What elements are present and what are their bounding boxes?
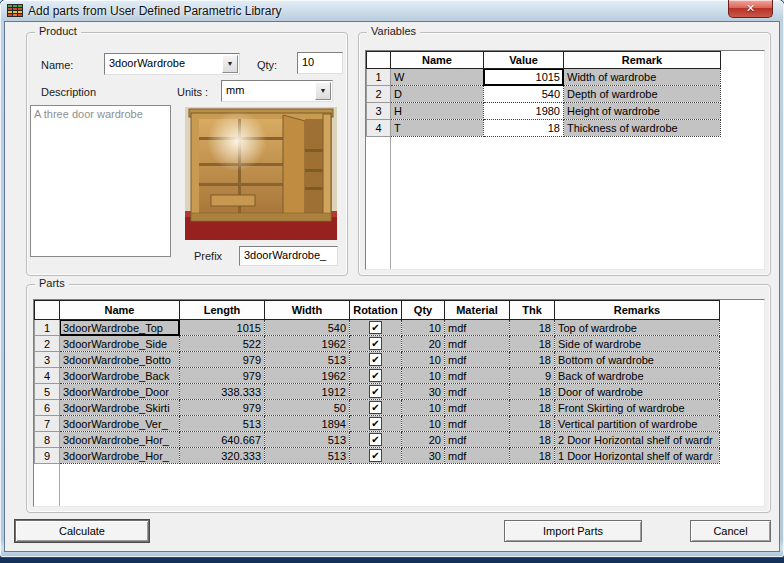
part-rotation-cell[interactable]: ✔ [350, 384, 402, 400]
part-length-cell[interactable]: 338.333 [180, 384, 265, 400]
part-length-cell[interactable]: 979 [180, 352, 265, 368]
part-material-cell[interactable]: mdf [445, 432, 510, 448]
part-qty-cell[interactable]: 20 [402, 432, 445, 448]
part-remarks-cell[interactable]: Vertical partition of wardrobe [555, 416, 720, 432]
part-material-cell[interactable]: mdf [445, 368, 510, 384]
part-thk-cell[interactable]: 18 [510, 352, 555, 368]
col-header-thk[interactable]: Thk [510, 301, 555, 320]
part-remarks-cell[interactable]: Door of wardrobe [555, 384, 720, 400]
part-width-cell[interactable]: 1894 [265, 416, 350, 432]
rotation-checkbox[interactable]: ✔ [369, 417, 382, 430]
part-width-cell[interactable]: 50 [265, 400, 350, 416]
part-length-cell[interactable]: 979 [180, 368, 265, 384]
rotation-checkbox[interactable]: ✔ [369, 449, 382, 462]
variable-remark-cell[interactable]: Height of wardrobe [564, 103, 721, 120]
rotation-checkbox[interactable]: ✔ [369, 433, 382, 446]
calculate-button[interactable]: Calculate [15, 520, 149, 542]
chevron-down-icon[interactable]: ▼ [315, 82, 331, 100]
rotation-checkbox[interactable]: ✔ [369, 369, 382, 382]
part-thk-cell[interactable]: 18 [510, 384, 555, 400]
part-thk-cell[interactable]: 18 [510, 448, 555, 464]
part-material-cell[interactable]: mdf [445, 320, 510, 336]
col-header-value[interactable]: Value [484, 52, 564, 69]
part-remarks-cell[interactable]: Top of wardrobe [555, 320, 720, 336]
variable-remark-cell[interactable]: Width of wardrobe [564, 69, 721, 86]
part-remarks-cell[interactable]: Back of wardrobe [555, 368, 720, 384]
col-header-material[interactable]: Material [445, 301, 510, 320]
part-length-cell[interactable]: 522 [180, 336, 265, 352]
units-combobox[interactable]: mm ▼ [221, 80, 333, 102]
part-length-cell[interactable]: 1015 [180, 320, 265, 336]
title-bar[interactable]: Add parts from User Defined Parametric L… [0, 0, 784, 21]
col-header-remarks[interactable]: Remarks [555, 301, 720, 320]
part-name-cell[interactable]: 3doorWardrobe_Door [60, 384, 180, 400]
col-header-remark[interactable]: Remark [564, 52, 721, 69]
part-thk-cell[interactable]: 18 [510, 432, 555, 448]
part-rotation-cell[interactable]: ✔ [350, 400, 402, 416]
close-button[interactable]: ✕ [728, 0, 773, 18]
rotation-checkbox[interactable]: ✔ [369, 321, 382, 334]
part-material-cell[interactable]: mdf [445, 416, 510, 432]
part-material-cell[interactable]: mdf [445, 384, 510, 400]
product-name-combobox[interactable]: 3doorWardrobe ▼ [104, 53, 240, 75]
part-qty-cell[interactable]: 10 [402, 400, 445, 416]
part-length-cell[interactable]: 320.333 [180, 448, 265, 464]
part-material-cell[interactable]: mdf [445, 400, 510, 416]
part-name-cell[interactable]: 3doorWardrobe_Botto [60, 352, 180, 368]
part-qty-cell[interactable]: 10 [402, 368, 445, 384]
qty-input[interactable]: 10 [297, 52, 343, 74]
part-thk-cell[interactable]: 18 [510, 336, 555, 352]
part-rotation-cell[interactable]: ✔ [350, 416, 402, 432]
col-header-length[interactable]: Length [180, 301, 265, 320]
part-rotation-cell[interactable]: ✔ [350, 352, 402, 368]
part-length-cell[interactable]: 640.667 [180, 432, 265, 448]
part-width-cell[interactable]: 540 [265, 320, 350, 336]
variable-value-cell[interactable]: 1980 [484, 103, 564, 120]
part-thk-cell[interactable]: 9 [510, 368, 555, 384]
variable-value-cell[interactable]: 18 [484, 120, 564, 137]
variable-name-cell[interactable]: H [391, 103, 484, 120]
variable-remark-cell[interactable]: Thickness of wardrobe [564, 120, 721, 137]
part-width-cell[interactable]: 513 [265, 432, 350, 448]
variable-value-cell[interactable]: 540 [484, 86, 564, 103]
part-width-cell[interactable]: 513 [265, 448, 350, 464]
part-rotation-cell[interactable]: ✔ [350, 448, 402, 464]
part-qty-cell[interactable]: 10 [402, 352, 445, 368]
part-remarks-cell[interactable]: Side of wardrobe [555, 336, 720, 352]
part-name-cell[interactable]: 3doorWardrobe_Ver_ [60, 416, 180, 432]
part-name-cell[interactable]: 3doorWardrobe_Top [60, 320, 180, 336]
part-remarks-cell[interactable]: Front Skirting of wardrobe [555, 400, 720, 416]
part-material-cell[interactable]: mdf [445, 336, 510, 352]
part-remarks-cell[interactable]: 2 Door Horizontal shelf of wardr [555, 432, 720, 448]
chevron-down-icon[interactable]: ▼ [222, 55, 238, 73]
col-header-width[interactable]: Width [265, 301, 350, 320]
part-name-cell[interactable]: 3doorWardrobe_Back [60, 368, 180, 384]
part-qty-cell[interactable]: 30 [402, 384, 445, 400]
part-remarks-cell[interactable]: 1 Door Horizontal shelf of wardr [555, 448, 720, 464]
part-width-cell[interactable]: 1962 [265, 336, 350, 352]
part-material-cell[interactable]: mdf [445, 448, 510, 464]
part-thk-cell[interactable]: 18 [510, 416, 555, 432]
part-thk-cell[interactable]: 18 [510, 320, 555, 336]
prefix-input[interactable]: 3doorWardrobe_ [239, 246, 338, 266]
col-header-name[interactable]: Name [60, 301, 180, 320]
part-thk-cell[interactable]: 18 [510, 400, 555, 416]
part-rotation-cell[interactable]: ✔ [350, 432, 402, 448]
variable-name-cell[interactable]: T [391, 120, 484, 137]
part-width-cell[interactable]: 1912 [265, 384, 350, 400]
part-name-cell[interactable]: 3doorWardrobe_Hor_ [60, 432, 180, 448]
part-name-cell[interactable]: 3doorWardrobe_Hor_ [60, 448, 180, 464]
part-qty-cell[interactable]: 20 [402, 336, 445, 352]
part-qty-cell[interactable]: 10 [402, 416, 445, 432]
variable-name-cell[interactable]: D [391, 86, 484, 103]
rotation-checkbox[interactable]: ✔ [369, 337, 382, 350]
part-width-cell[interactable]: 1962 [265, 368, 350, 384]
rotation-checkbox[interactable]: ✔ [369, 401, 382, 414]
part-rotation-cell[interactable]: ✔ [350, 368, 402, 384]
rotation-checkbox[interactable]: ✔ [369, 353, 382, 366]
part-qty-cell[interactable]: 30 [402, 448, 445, 464]
cancel-button[interactable]: Cancel [690, 520, 771, 542]
variable-name-cell[interactable]: W [391, 69, 484, 86]
part-material-cell[interactable]: mdf [445, 352, 510, 368]
part-name-cell[interactable]: 3doorWardrobe_Side [60, 336, 180, 352]
